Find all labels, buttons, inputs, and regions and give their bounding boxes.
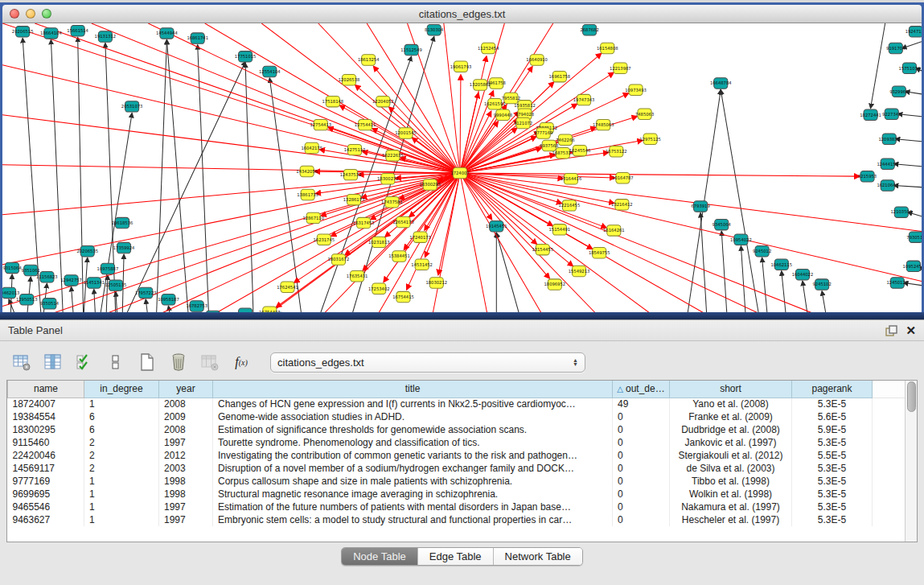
column-header-name[interactable]: name <box>8 381 84 398</box>
graph-node[interactable]: 14544944 <box>156 28 178 39</box>
graph-node[interactable]: 11512549 <box>400 44 422 55</box>
scrollbar-thumb[interactable] <box>907 381 916 412</box>
cell-pagerank[interactable]: 5.3E-5 <box>792 513 873 526</box>
table-row[interactable]: 969969511998Structural magnetic resonanc… <box>8 488 910 501</box>
cell-name[interactable]: 18724007 <box>8 398 84 410</box>
cell-pagerank[interactable]: 5.3E-5 <box>792 501 873 513</box>
cell-pagerank[interactable]: 5.5E-5 <box>792 449 873 462</box>
graph-node[interactable]: 17624541 <box>277 282 298 292</box>
graph-node[interactable]: 16648784 <box>710 78 732 89</box>
network-canvas[interactable]: 1861325412026538175181481275441316042175… <box>2 23 922 319</box>
graph-node[interactable]: 12867110 <box>302 212 324 223</box>
tab-edge-table[interactable]: Edge Table <box>418 548 494 565</box>
column-header-title[interactable]: title <box>213 381 613 398</box>
graph-node[interactable]: 16782753 <box>186 301 207 311</box>
cell-title[interactable]: Disruption of a novel member of a sodium… <box>213 462 613 475</box>
cell-short[interactable]: Wolkin et al. (1998) <box>670 488 792 501</box>
delete-table-icon[interactable] <box>168 352 189 373</box>
graph-node[interactable]: 7462266 <box>556 134 575 145</box>
cell-name[interactable]: 9777169 <box>8 475 84 488</box>
cell-name[interactable]: 14569117 <box>8 462 84 475</box>
graph-node[interactable]: 12450122 <box>886 278 908 288</box>
table-vertical-scrollbar[interactable] <box>905 381 917 542</box>
graph-node[interactable]: 7485063 <box>635 109 654 119</box>
cell-pagerank[interactable]: 5.3E-5 <box>792 398 873 410</box>
graph-node[interactable]: 20206535 <box>76 246 98 257</box>
cell-in_degree[interactable]: 6 <box>84 410 159 423</box>
cell-out_degree[interactable]: 0 <box>613 462 670 475</box>
cell-short[interactable]: Yano et al. (2008) <box>670 398 792 410</box>
table-settings-icon[interactable] <box>11 352 32 373</box>
cell-pagerank[interactable]: 5.3E-5 <box>792 462 873 475</box>
table-row[interactable]: 1872400712008Changes of HCN gene express… <box>8 398 910 410</box>
graph-node[interactable]: 12103504 <box>891 207 913 217</box>
cell-year[interactable]: 1998 <box>159 475 213 488</box>
graph-node[interactable]: 16164261 <box>603 225 625 236</box>
table-row[interactable]: 946362711997Embryonic stem cells: a mode… <box>8 513 910 526</box>
graph-node[interactable]: 18030212 <box>425 278 447 288</box>
cell-in_degree[interactable]: 1 <box>84 398 159 410</box>
table-row[interactable]: 2242004622012Investigating the contribut… <box>8 449 910 462</box>
graph-node[interactable]: 12204052 <box>372 96 394 106</box>
cell-year[interactable]: 1998 <box>159 488 213 501</box>
close-window-icon[interactable] <box>10 9 19 19</box>
graph-node[interactable]: 16314472 <box>267 312 289 319</box>
network-window-titlebar[interactable]: citations_edges.txt <box>2 5 922 23</box>
cell-name[interactable]: 9115460 <box>8 436 84 449</box>
graph-node[interactable]: 12975125 <box>639 134 661 144</box>
cell-out_degree[interactable]: 0 <box>613 488 670 501</box>
cell-title[interactable]: Embryonic stem cells: a model to study s… <box>213 513 613 526</box>
cell-in_degree[interactable]: 6 <box>84 423 159 436</box>
graph-node[interactable]: 14342056 <box>296 166 318 176</box>
graph-node[interactable]: 10952454 <box>903 261 922 271</box>
graph-node[interactable]: 9245012 <box>753 246 771 257</box>
cell-pagerank[interactable]: 5.3E-5 <box>792 475 873 488</box>
cell-in_degree[interactable]: 1 <box>84 501 159 513</box>
graph-node[interactable]: 6793919 <box>691 201 709 212</box>
graph-node[interactable]: 18272441 <box>860 109 881 120</box>
cell-title[interactable]: Investigating the contribution of common… <box>213 449 613 462</box>
column-header-in_degree[interactable]: in_degree <box>84 381 159 398</box>
column-header-pagerank[interactable]: pagerank <box>792 381 873 398</box>
graph-node[interactable]: 20531073 <box>121 101 143 112</box>
cell-out_degree[interactable]: 49 <box>613 398 670 410</box>
cell-in_degree[interactable]: 1 <box>84 488 159 501</box>
graph-node[interactable]: 14531452 <box>411 259 433 270</box>
cell-name[interactable]: 9465546 <box>8 501 84 513</box>
cell-name[interactable]: 22420046 <box>8 449 84 462</box>
graph-node[interactable]: 18300272 <box>377 174 399 184</box>
graph-node[interactable]: 9345064 <box>713 219 732 229</box>
graph-node[interactable]: 19247114 <box>906 27 922 37</box>
cell-year[interactable]: 2008 <box>159 423 213 436</box>
graph-node[interactable]: 12213987 <box>610 63 631 73</box>
graph-node[interactable]: 15751074 <box>899 63 921 73</box>
graph-node[interactable]: 8130304 <box>425 25 444 35</box>
graph-node[interactable]: 16640910 <box>526 55 548 65</box>
graph-node[interactable]: 19061793 <box>450 61 472 72</box>
cell-year[interactable]: 2009 <box>159 410 213 423</box>
cell-name[interactable]: 19384554 <box>8 410 84 423</box>
cell-short[interactable]: Dudbridge et al. (2008) <box>670 423 792 436</box>
cell-in_degree[interactable]: 1 <box>84 475 159 488</box>
float-panel-icon[interactable] <box>885 325 897 336</box>
graph-node[interactable]: 16044022 <box>792 269 814 279</box>
graph-node[interactable]: 12554104 <box>259 66 281 76</box>
cell-title[interactable]: Changes of HCN gene expression and I(f) … <box>213 398 613 410</box>
graph-node[interactable]: 9121072 <box>514 117 532 128</box>
graph-node[interactable]: 17751015 <box>235 51 257 62</box>
graph-node[interactable]: 2687682 <box>580 25 598 35</box>
close-panel-icon[interactable]: ✕ <box>906 324 916 336</box>
cell-title[interactable]: Structural magnetic resonance image aver… <box>213 488 613 501</box>
cell-year[interactable]: 2003 <box>159 462 213 475</box>
graph-node[interactable]: 7930512 <box>906 232 922 242</box>
cell-in_degree[interactable]: 1 <box>84 513 159 526</box>
new-table-icon[interactable] <box>137 352 158 373</box>
table-chooser-dropdown[interactable]: citations_edges.txt ▲▼ <box>270 352 585 373</box>
function-builder-icon[interactable]: f(x) <box>231 352 252 373</box>
minimize-window-icon[interactable] <box>26 9 35 19</box>
cell-out_degree[interactable]: 0 <box>613 423 670 436</box>
cell-out_degree[interactable]: 0 <box>613 501 670 513</box>
cell-short[interactable]: Tibbo et al. (1998) <box>670 475 792 488</box>
cell-year[interactable]: 1997 <box>159 436 213 449</box>
graph-node[interactable]: 13861733 <box>297 189 318 200</box>
